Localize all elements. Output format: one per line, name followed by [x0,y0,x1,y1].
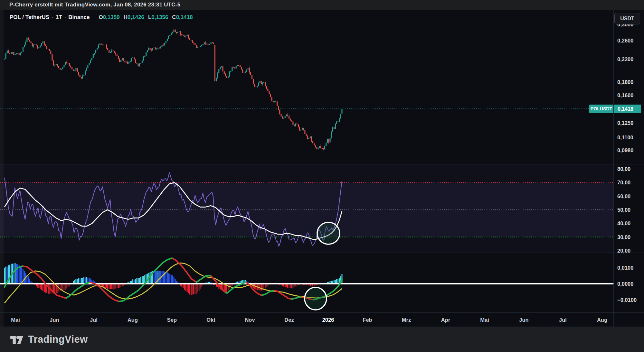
down-candle-wicks [8,29,338,150]
time-axis-label: Okt [206,317,215,323]
rsi-annotation-circle[interactable] [317,222,340,244]
time-axis-label: Feb [363,317,372,323]
time-axis-label: Jul [559,317,567,323]
time-axis-label: Sep [167,317,177,323]
candles-layer [4,29,342,150]
tradingview-window: P-Cherry erstellt mit TradingView.com, J… [0,0,644,352]
rsi-axis-label: 30,00 [617,234,630,240]
tradingview-logo-text: TradingView [28,334,88,345]
close-value: 0,1418 [176,14,193,20]
low-value: 0,1356 [151,14,168,20]
down-candle-bodies [8,30,338,149]
time-axis-label: Jul [90,317,98,323]
macd-annotation-circle[interactable] [305,287,327,310]
price-axis-label: 0,2200 [617,56,633,62]
price-axis-label: 0,2600 [617,38,633,43]
macd-axis-label: 0,0100 [617,265,633,271]
time-axis-label: Mai [11,317,20,323]
time-axis[interactable]: MaiJunJulAugSepOktNovDez2026FebMrzAprMai… [11,317,607,323]
macd-axis-label: −0,0100 [617,297,637,303]
rsi-axis-label: 20,00 [617,248,630,254]
hist-down-rise [49,284,318,294]
time-axis-label: Aug [128,317,138,323]
chart-legend: POL / TetherUS·1T·BinanceO0,1359H0,1426L… [10,14,193,21]
time-axis-label: Apr [441,317,450,323]
last-price-badge: 0,1418 [614,105,641,113]
price-axis-label: 0,0980 [617,147,633,153]
rsi-axis-label: 50,00 [617,207,630,213]
time-axis-label: Mai [480,317,489,323]
price-scale[interactable]: 0,30000,26000,22000,18000,16000,12500,11… [617,22,637,303]
time-axis-label: Nov [245,317,255,323]
up-candle-wicks [5,29,342,150]
time-axis-label-year: 2026 [322,317,334,323]
currency-toggle-button[interactable]: USDT [614,13,640,24]
time-axis-label: Jun [519,317,528,323]
legend-separator: · [62,14,69,20]
low-label: L [148,14,151,20]
up-candle-bodies [4,30,342,149]
price-line-symbol-chip: POLUSDT [589,105,613,113]
symbol-title[interactable]: POL / TetherUS [10,14,49,20]
time-axis-label: Aug [597,317,607,323]
macd-signal-line [5,263,342,303]
open-value: 0,1359 [103,14,120,20]
ohlc-values: O0,1359H0,1426L0,1356C0,1418 [95,14,193,20]
legend-separator: · [49,14,56,20]
tradingview-logo[interactable]: TradingView [9,332,88,347]
macd-axis-label: 0,0000 [617,281,633,287]
chart-canvas: 0,30000,26000,22000,18000,16000,12500,11… [0,0,644,352]
high-label: H [124,14,128,20]
footer-bar: TradingView [0,327,644,352]
interval-label[interactable]: 1T [56,14,62,20]
macd-line-falling [23,258,314,301]
rsi-axis-label: 40,00 [617,220,630,226]
rsi-axis-label: 80,00 [617,166,630,172]
time-axis-label: Mrz [402,317,411,323]
price-axis-label: 0,1100 [617,134,633,140]
rsi-axis-label: 70,00 [617,180,630,185]
macd-histogram [4,263,342,295]
time-axis-label: Jun [50,317,59,323]
rsi-band-fill [0,182,614,237]
close-label: C [172,14,176,20]
open-label: O [99,14,103,20]
high-value: 0,1426 [128,14,144,20]
time-axis-label: Dez [284,317,294,323]
rsi-axis-label: 60,00 [617,193,630,199]
tradingview-logo-icon [9,332,24,347]
price-axis-label: 0,1600 [617,92,633,98]
price-axis-label: 0,1250 [617,120,633,126]
exchange-label: Binance [68,14,90,20]
price-axis-label: 0,1800 [617,79,633,85]
